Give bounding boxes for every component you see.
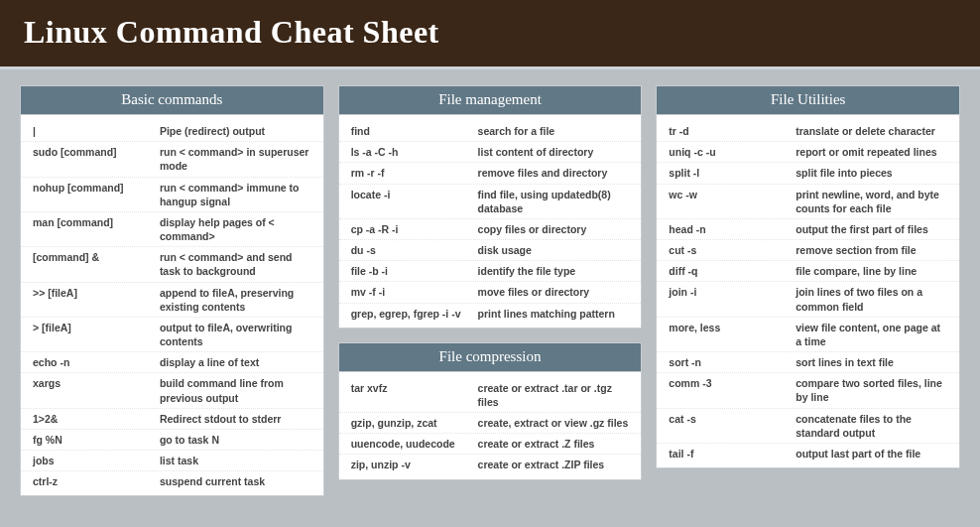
command-description: concatenate files to the standard output: [796, 412, 947, 440]
command-text: >> [fileA]: [33, 286, 150, 314]
command-text: gzip, gunzip, zcat: [351, 416, 468, 430]
command-row: wc -wprint newline, word, and byte count…: [657, 185, 959, 219]
command-row: 1>2&Redirect stdout to stderr: [21, 409, 323, 430]
command-text: [command] &: [33, 250, 150, 278]
command-text: tar xvfz: [351, 381, 468, 409]
command-row: uniq -c -ureport or omit repeated lines: [657, 142, 959, 163]
command-row: zip, unzip -vcreate or extract .ZIP file…: [339, 455, 642, 474]
command-row: mv -f -imove files or directory: [339, 282, 642, 303]
command-description: list content of directory: [478, 145, 630, 159]
section-card: File Utilitiestr -dtranslate or delete c…: [656, 85, 960, 468]
command-description: find file, using updatedb(8) database: [478, 188, 630, 215]
command-description: Pipe (redirect) output: [160, 124, 311, 138]
page-title: Linux Command Cheat Sheet: [24, 14, 956, 51]
command-row: tar xvfzcreate or extract .tar or .tgz f…: [339, 378, 642, 413]
command-text: cut -s: [669, 243, 786, 257]
command-description: output last part of the file: [796, 447, 947, 461]
command-row: [command] &run < command> and send task …: [21, 247, 323, 282]
command-description: output the first part of files: [796, 222, 947, 236]
command-text: echo -n: [33, 355, 150, 369]
command-text: cp -a -R -i: [351, 222, 468, 236]
section-card: File managementfindsearch for a filels -…: [338, 85, 643, 329]
command-text: 1>2&: [33, 412, 150, 426]
command-description: run < command> immune to hangup signal: [160, 181, 311, 208]
command-row: |Pipe (redirect) output: [21, 121, 323, 142]
section-rows: tar xvfzcreate or extract .tar or .tgz f…: [339, 372, 642, 479]
command-description: output to fileA, overwriting contents: [160, 321, 311, 348]
command-description: go to task N: [160, 433, 311, 447]
command-description: Redirect stdout to stderr: [160, 412, 311, 426]
command-row: findsearch for a file: [339, 121, 642, 142]
command-row: > [fileA]output to fileA, overwriting co…: [21, 318, 323, 352]
command-description: build command line from previous output: [160, 376, 311, 404]
command-text: rm -r -f: [351, 166, 468, 180]
command-description: create or extract .Z files: [478, 437, 630, 451]
command-description: display a line of text: [160, 355, 311, 369]
command-text: uuencode, uudecode: [351, 437, 468, 451]
command-text: locate -i: [351, 188, 468, 215]
command-description: remove section from file: [796, 243, 947, 257]
section-card: File compressiontar xvfzcreate or extrac…: [338, 342, 643, 480]
command-text: uniq -c -u: [669, 145, 786, 159]
command-description: create or extract .tar or .tgz files: [478, 381, 630, 409]
command-text: > [fileA]: [33, 321, 150, 348]
command-text: du -s: [351, 243, 468, 257]
command-row: rm -r -fremove files and directory: [339, 163, 642, 184]
command-description: display help pages of < command>: [160, 215, 311, 243]
command-row: cat -sconcatenate files to the standard …: [657, 409, 959, 444]
command-text: find: [351, 124, 468, 138]
command-text: jobs: [33, 454, 150, 467]
command-row: du -sdisk usage: [339, 240, 642, 261]
command-description: run < command> and send task to backgrou…: [160, 250, 311, 278]
command-text: cat -s: [669, 412, 786, 440]
command-row: diff -qfile compare, line by line: [657, 261, 959, 282]
command-row: xargsbuild command line from previous ou…: [21, 373, 323, 408]
command-text: sort -n: [669, 355, 786, 369]
command-text: nohup [command]: [33, 181, 150, 208]
command-row: split -lsplit file into pieces: [657, 163, 959, 184]
command-row: sudo [command]run < command> in superuse…: [21, 142, 323, 177]
command-text: tr -d: [669, 124, 786, 138]
command-row: man [command]display help pages of < com…: [21, 212, 323, 247]
command-row: fg %Ngo to task N: [21, 430, 323, 451]
command-row: locate -ifind file, using updatedb(8) da…: [339, 185, 642, 219]
command-row: grep, egrep, fgrep -i -vprint lines matc…: [339, 304, 642, 324]
command-text: |: [33, 124, 150, 138]
command-row: comm -3compare two sorted files, line by…: [657, 373, 959, 408]
command-row: join -ijoin lines of two files on a comm…: [657, 282, 959, 317]
command-text: file -b -i: [351, 264, 468, 278]
command-row: tail -foutput last part of the file: [657, 444, 959, 463]
command-text: wc -w: [669, 188, 786, 215]
command-description: file compare, line by line: [796, 264, 947, 278]
section-rows: |Pipe (redirect) outputsudo [command]run…: [21, 115, 323, 495]
command-description: create, extract or view .gz files: [478, 416, 630, 430]
command-text: head -n: [669, 222, 786, 236]
section-rows: tr -dtranslate or delete characteruniq -…: [657, 115, 959, 467]
command-description: search for a file: [478, 124, 630, 138]
command-description: move files or directory: [478, 285, 630, 299]
command-description: print lines matching pattern: [478, 307, 630, 321]
command-row: sort -nsort lines in text file: [657, 352, 959, 373]
command-description: print newline, word, and byte counts for…: [796, 188, 947, 215]
command-row: ctrl-zsuspend current task: [21, 471, 323, 491]
command-description: run < command> in superuser mode: [160, 145, 311, 173]
command-row: gzip, gunzip, zcatcreate, extract or vie…: [339, 413, 642, 434]
page-header: Linux Command Cheat Sheet: [0, 0, 980, 69]
command-text: sudo [command]: [33, 145, 150, 173]
command-text: split -l: [669, 166, 786, 180]
command-text: fg %N: [33, 433, 150, 447]
column: File managementfindsearch for a filels -…: [338, 85, 643, 480]
command-description: report or omit repeated lines: [796, 145, 947, 159]
content-area: Basic commands|Pipe (redirect) outputsud…: [0, 69, 980, 496]
command-row: head -noutput the first part of files: [657, 219, 959, 240]
section-title: File compression: [339, 343, 642, 372]
command-text: mv -f -i: [351, 285, 468, 299]
command-text: xargs: [33, 376, 150, 404]
section-title: File management: [339, 86, 642, 115]
section-title: File Utilities: [657, 86, 959, 115]
command-description: identify the file type: [478, 264, 630, 278]
command-description: remove files and directory: [478, 166, 630, 180]
command-text: ctrl-z: [33, 474, 150, 488]
section-card: Basic commands|Pipe (redirect) outputsud…: [20, 85, 324, 496]
column: Basic commands|Pipe (redirect) outputsud…: [20, 85, 324, 496]
